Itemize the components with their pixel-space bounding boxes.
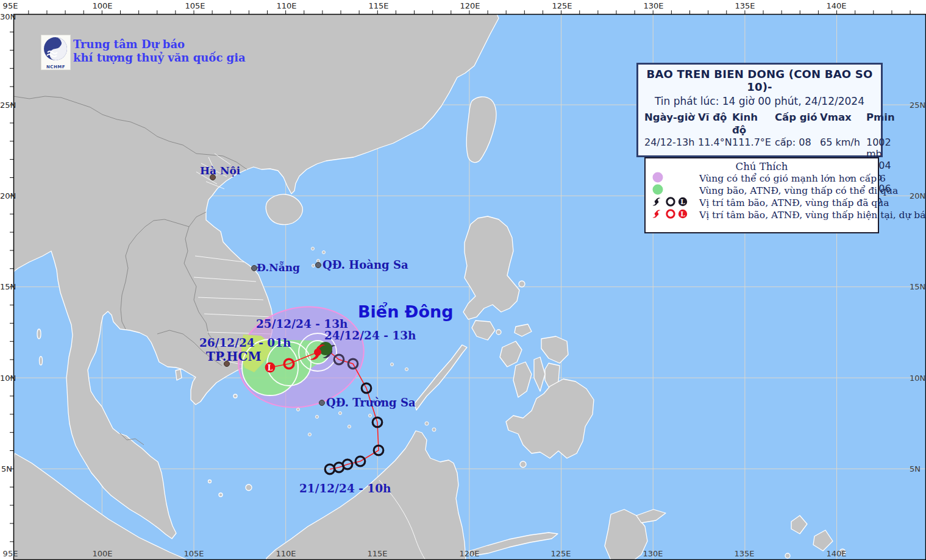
table-data-row: 24/12-13h11.4°N111.7°Ecấp: 0865 km/h1002… (644, 136, 881, 160)
city-dot (316, 263, 321, 268)
table-header-cell: Pmin (866, 111, 903, 136)
track-date-label: 25/12/24 - 13h (256, 317, 348, 330)
axis-label-right: 10N (910, 374, 925, 383)
bulletin-title: BAO TREN BIEN DONG (CON BAO SO 10)- (638, 68, 881, 93)
nchmf-logo-text: NCHMF (41, 65, 70, 69)
table-cell: 1002 mb (866, 136, 903, 160)
nchmf-logo: NCHMF (41, 35, 71, 70)
zone-color-icon (650, 171, 689, 183)
map-label-q-tr-ng-sa: QĐ. Trường Sa (326, 396, 416, 409)
legend-item: Vùng bão, ATNĐ, vùng thấp có thể đi qua (646, 185, 878, 197)
axis-label-bottom: 130E (643, 549, 663, 558)
track-date-label: 21/12/24 - 10h (299, 482, 391, 495)
axis-label-right: 15N (910, 282, 925, 291)
legend-item-label: Vị trí tâm bão, ATNĐ, vùng thấp đã qua (699, 197, 889, 208)
axis-label-bottom: 125E (550, 549, 571, 558)
phu-quoc-islet (176, 369, 182, 380)
natuna-islet (246, 484, 252, 491)
legend-item-label: Vị trí tâm bão, ATNĐ, vùng thấp hiện tại… (699, 210, 926, 221)
table-cell: 65 km/h (820, 136, 866, 160)
axis-label-top: 95E (3, 1, 18, 10)
nchmf-logo-icon (41, 35, 70, 62)
table-header-cell: Kinh độ (732, 111, 775, 136)
table-cell: 11.4°N (698, 136, 732, 160)
axis-label-right: 20N (910, 191, 925, 200)
andaman-islet (37, 329, 41, 339)
legend-item: Vùng có thể có gió mạnh lớn hơn cấp 6 (646, 172, 878, 185)
track-date-label: 24/12/24 - 13h (324, 329, 416, 342)
axis-label-top: 125E (552, 1, 572, 10)
axis-label-bottom: 95E (3, 549, 18, 558)
islet (496, 330, 501, 335)
map-label-q-ho-ng-sa: QĐ. Hoàng Sa (322, 258, 408, 271)
city-dot (319, 400, 325, 406)
position-symbols-icon: L (650, 196, 689, 208)
map-label-tp-hcm: TP.HCM (206, 349, 262, 364)
axis-label-right: 25N (910, 101, 925, 110)
sea-name-label: Biển Đông (358, 302, 454, 321)
axis-label-bottom: 105E (183, 549, 204, 558)
axis-label-top: 115E (368, 1, 388, 10)
agency-name: Trung tâm Dự báo khí tượng thuỷ văn quốc… (73, 38, 246, 65)
position-symbols-icon: L (650, 208, 689, 220)
table-cell: 111.7°E (732, 136, 775, 160)
axis-label-bottom: 120E (459, 549, 479, 558)
table-header-cell: Cấp gió (775, 111, 820, 136)
map-label-h-n-i: Hà Nội (200, 165, 240, 177)
islet (520, 461, 526, 467)
axis-label-top: 110E (276, 1, 296, 10)
axis-label-left: 5N (0, 464, 12, 473)
zone-color-icon (650, 183, 689, 196)
forecast-low-letter: L (268, 364, 273, 372)
agency-line1: Trung tâm Dự báo (73, 38, 246, 51)
table-header-cell: Ngày-giờ (644, 111, 698, 136)
axis-label-top: 105E (185, 1, 205, 10)
table-header-row: Ngày-giờVĩ độKinh độCấp gióVmaxPmin (644, 111, 881, 136)
axis-label-top: 100E (92, 1, 112, 10)
storm-bulletin-box: BAO TREN BIEN DONG (CON BAO SO 10)- Tin … (636, 63, 883, 157)
islet (219, 493, 223, 497)
axis-label-top: 140E (826, 1, 846, 10)
legend-item-label: Vùng bão, ATNĐ, vùng thấp có thể đi qua (699, 185, 898, 196)
islet (785, 553, 790, 558)
track-date-label: 26/12/24 - 01h (199, 336, 291, 349)
axis-label-bottom: 140E (826, 549, 846, 558)
andaman-islet (40, 356, 43, 365)
table-header-cell: Vĩ độ (698, 111, 732, 136)
axis-label-bottom: 110E (276, 549, 296, 558)
axis-label-left: 20N (0, 191, 12, 200)
storm-forecast-map: L NCHMF Trung tâm Dự báo khí tượng thuỷ … (0, 0, 926, 560)
table-cell: 24/12-13h (644, 136, 698, 160)
axis-label-left: 30N (0, 12, 12, 21)
legend-items: Vùng có thể có gió mạnh lớn hơn cấp 6Vùn… (646, 172, 878, 221)
map-label--n-ng: Đ.Nẵng (257, 261, 300, 274)
axis-label-bottom: 115E (367, 549, 387, 558)
islet (519, 281, 525, 287)
legend-item-label: Vùng có thể có gió mạnh lớn hơn cấp 6 (699, 173, 886, 184)
axis-label-left: 10N (0, 374, 12, 383)
table-cell: cấp: 08 (775, 136, 820, 160)
legend-item: LVị trí tâm bão, ATNĐ, vùng thấp hiện tạ… (646, 209, 878, 221)
legend-symbol: L (646, 208, 699, 222)
bulletin-issued-time: Tin phát lúc: 14 giờ 00 phút, 24/12/2024 (638, 95, 881, 107)
axis-label-left: 15N (0, 282, 12, 291)
svg-text:L: L (680, 210, 685, 218)
legend-box: Chú Thích Vùng có thể có gió mạnh lớn hơ… (644, 157, 879, 233)
axis-label-bottom: 100E (92, 549, 112, 558)
axis-label-top: 120E (460, 1, 480, 10)
table-header-cell: Vmax (820, 111, 866, 136)
axis-label-left: 25N (0, 101, 12, 110)
agency-line2: khí tượng thuỷ văn quốc gia (73, 51, 246, 65)
con-dao-islet (233, 394, 237, 398)
svg-text:L: L (680, 198, 685, 205)
axis-label-top: 130E (643, 1, 663, 10)
legend-item: LVị trí tâm bão, ATNĐ, vùng thấp đã qua (646, 197, 878, 209)
islet (208, 480, 212, 483)
axis-label-right: 5N (910, 464, 921, 473)
axis-label-top: 135E (735, 1, 755, 10)
axis-label-bottom: 135E (734, 549, 754, 558)
